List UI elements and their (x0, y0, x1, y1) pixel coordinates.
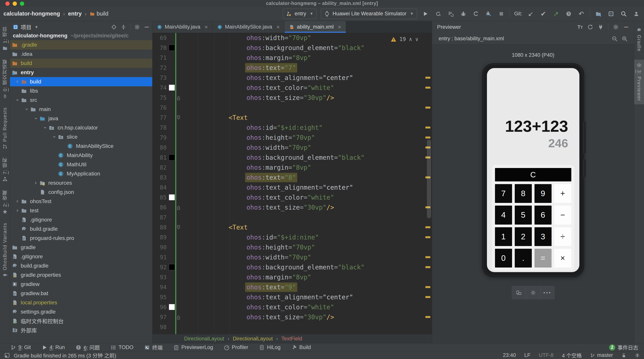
gutter[interactable]: 73 (152, 73, 182, 83)
tool-window-button[interactable]: 6: 问题 (71, 344, 104, 352)
code-line[interactable]: 96 ohos:text_color="white" (152, 302, 432, 312)
gutter[interactable]: 80 (152, 143, 182, 153)
tree-item[interactable]: test (10, 206, 152, 215)
tree-item[interactable]: 临时文件和控制台 (10, 316, 152, 326)
warning-stripe-mark[interactable] (425, 266, 430, 268)
calc-key[interactable]: × (554, 249, 571, 268)
tree-item[interactable]: gradle.properties (10, 270, 152, 280)
tool-window-button[interactable]: HiLog (254, 344, 285, 352)
device-select[interactable]: Huawei Lite Wearable Simulator ▼ (321, 9, 417, 19)
code-line[interactable]: 72 ohos:text="7" (152, 63, 432, 73)
tree-item[interactable]: gradlew.bat (10, 289, 152, 298)
code-line[interactable]: 92 ohos:background_element="black" (152, 262, 432, 272)
fold-marker-icon[interactable] (177, 115, 180, 120)
code-line[interactable]: 87 (152, 212, 432, 222)
tool-window-button[interactable] (607, 10, 615, 18)
gutter[interactable]: 88 (152, 222, 182, 232)
tree-item[interactable]: src (10, 96, 152, 105)
code-line[interactable]: 71 ohos:margin="8vp" (152, 53, 432, 63)
tree-item[interactable]: CMyApplication (10, 169, 152, 178)
history-button[interactable] (564, 10, 573, 18)
gutter[interactable]: 72 (152, 63, 182, 73)
indent-widget[interactable]: 4 个空格 (562, 352, 582, 359)
rollback-button[interactable]: ↶ (577, 10, 586, 18)
git-branch-widget[interactable]: master (590, 352, 613, 358)
tool-strip-tab[interactable]: OhosBuild Variants (2, 223, 8, 278)
code-line[interactable]: 75 ohos:text_size="30vp"/> (152, 93, 432, 103)
code-line[interactable]: 91 ohos:width="70vp" (152, 252, 432, 262)
gutter[interactable]: 94 (152, 282, 182, 292)
gutter[interactable]: 82 (152, 162, 182, 172)
profile-button[interactable] (632, 10, 640, 18)
tool-window-button[interactable]: Profiler (219, 344, 253, 352)
tree-item[interactable]: {..}config.json (10, 188, 152, 197)
warning-stripe-mark[interactable] (425, 256, 430, 258)
calc-key[interactable]: 8 (515, 184, 532, 203)
tree-item[interactable]: .idea (10, 50, 152, 59)
breadcrumb-item[interactable]: entry (68, 10, 82, 17)
code-line[interactable]: 81 ohos:background_element="black" (152, 153, 432, 162)
close-window-button[interactable] (5, 2, 10, 6)
brightness-button[interactable] (526, 286, 540, 299)
calc-key[interactable]: 9 (534, 184, 552, 203)
calc-key[interactable]: ÷ (554, 227, 571, 246)
gutter[interactable]: 81 (152, 153, 182, 162)
tool-strip-tab[interactable]: Gradle (634, 24, 644, 55)
calc-key[interactable]: 0 (495, 249, 512, 268)
tool-window-button[interactable]: 4: Run (37, 344, 70, 352)
code-line[interactable]: 73 ohos:text_alignment="center" (152, 73, 432, 83)
warning-stripe-mark[interactable] (425, 77, 430, 79)
scrollbar-thumb[interactable] (427, 140, 431, 218)
hide-panel-icon[interactable] (623, 24, 629, 30)
code-line[interactable]: 86 ohos:text_size="30vp"/> (152, 202, 432, 212)
calc-key[interactable]: 3 (534, 227, 552, 246)
calc-key-clear[interactable]: C (495, 168, 571, 182)
coverage-button[interactable] (472, 10, 480, 18)
tool-strip-tab[interactable]: Pull Requests (2, 107, 8, 149)
tree-item[interactable]: ohosTest (10, 197, 152, 206)
tree-item[interactable]: settings.gradle (10, 307, 152, 316)
code-line[interactable]: 89 ohos:id="$+id:nine" (152, 232, 432, 242)
code-line[interactable]: 93 ohos:margin="8vp" (152, 272, 432, 282)
close-icon[interactable]: × (276, 24, 280, 30)
warning-stripe-mark[interactable] (425, 316, 430, 318)
code-line[interactable]: 90 ohos:height="70vp" (152, 242, 432, 252)
color-swatch-white[interactable] (169, 304, 175, 310)
color-swatch-white[interactable] (169, 85, 175, 90)
chevron-right-icon[interactable] (32, 181, 40, 185)
code-line[interactable]: 74 ohos:text_color="white" (152, 83, 432, 93)
tree-item[interactable]: resources (10, 178, 152, 188)
gutter[interactable]: 83 (152, 172, 182, 182)
calc-key[interactable]: 4 (495, 206, 512, 224)
gutter[interactable]: 97 (152, 312, 182, 322)
color-swatch-black[interactable] (169, 264, 175, 270)
calc-key[interactable]: = (534, 249, 552, 268)
color-swatch-white[interactable] (169, 194, 175, 200)
warning-stripe-mark[interactable] (425, 126, 430, 128)
gutter[interactable]: 75 (152, 93, 182, 103)
tree-item[interactable]: slice (10, 132, 152, 142)
rotate-device-button[interactable] (512, 286, 526, 299)
chevron-right-icon[interactable] (14, 80, 21, 84)
tree-item[interactable]: calculator-hongmeng~/projects/mine/gitee… (10, 31, 152, 40)
gutter[interactable]: 98 (152, 322, 182, 332)
calc-key[interactable]: 7 (495, 184, 512, 203)
gutter[interactable]: 71 (152, 53, 182, 63)
tree-item[interactable]: gradle (10, 243, 152, 252)
code-line[interactable]: 88 <Text (152, 222, 432, 232)
notifications-icon[interactable] (635, 353, 640, 358)
debug-button[interactable] (459, 10, 468, 18)
panel-toggle-icon[interactable] (4, 352, 10, 358)
tool-strip-tab[interactable]: 3: Previewer (634, 60, 644, 104)
gutter[interactable]: 93 (152, 272, 182, 282)
tool-window-button[interactable]: TODO (106, 344, 138, 352)
breadcrumb-item[interactable]: calculator-hongmeng (4, 10, 60, 17)
warning-stripe-mark[interactable] (425, 87, 430, 88)
xml-breadcrumb-item[interactable]: TextField (281, 336, 302, 342)
chevron-down-icon[interactable] (42, 126, 49, 130)
tool-strip-tab[interactable]: 0: 提交对话框 (2, 59, 8, 99)
fold-marker-icon[interactable] (177, 205, 180, 210)
code-line[interactable]: 78 ohos:id="$+id:eight" (152, 123, 432, 133)
code-line[interactable]: 70 ohos:background_element="black" (152, 43, 432, 53)
editor-tab[interactable]: C MainAbility.java × (152, 21, 213, 33)
